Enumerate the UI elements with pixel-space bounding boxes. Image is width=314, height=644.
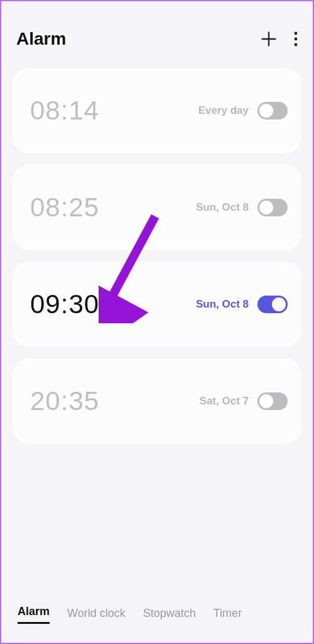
svg-point-2 bbox=[295, 43, 298, 47]
svg-point-1 bbox=[295, 38, 298, 41]
alarm-card[interactable]: 08:25 Sun, Oct 8 bbox=[13, 165, 301, 250]
alarm-time: 08:14 bbox=[30, 96, 198, 126]
alarm-toggle[interactable] bbox=[257, 296, 288, 313]
app-header: Alarm bbox=[13, 14, 301, 68]
bottom-tab-bar: Alarm World clock Stopwatch Timer bbox=[13, 605, 301, 643]
tab-timer[interactable]: Timer bbox=[214, 607, 242, 624]
page-title: Alarm bbox=[16, 29, 260, 49]
alarm-card[interactable]: 20:35 Sat, Oct 7 bbox=[13, 358, 301, 444]
add-alarm-button[interactable] bbox=[260, 30, 278, 48]
alarm-schedule-label: Sun, Oct 8 bbox=[196, 201, 249, 214]
more-options-button[interactable] bbox=[294, 31, 298, 47]
alarm-schedule-label: Every day bbox=[198, 104, 249, 117]
alarm-schedule-label: Sat, Oct 7 bbox=[200, 395, 249, 408]
alarm-time: 20:35 bbox=[30, 386, 200, 416]
alarm-card[interactable]: 09:30 Sun, Oct 8 bbox=[13, 262, 301, 347]
alarm-list: 08:14 Every day 08:25 Sun, Oct 8 09:30 S… bbox=[13, 68, 301, 444]
svg-point-0 bbox=[295, 32, 298, 35]
alarm-toggle[interactable] bbox=[257, 199, 288, 216]
alarm-schedule-label: Sun, Oct 8 bbox=[196, 298, 249, 311]
alarm-toggle[interactable] bbox=[257, 392, 288, 410]
tab-stopwatch[interactable]: Stopwatch bbox=[143, 607, 196, 624]
alarm-card[interactable]: 08:14 Every day bbox=[13, 68, 301, 153]
alarm-time: 09:30 bbox=[30, 289, 196, 319]
alarm-toggle[interactable] bbox=[257, 102, 288, 119]
tab-world-clock[interactable]: World clock bbox=[67, 607, 126, 624]
tab-alarm[interactable]: Alarm bbox=[18, 605, 50, 624]
alarm-time: 08:25 bbox=[30, 192, 196, 223]
